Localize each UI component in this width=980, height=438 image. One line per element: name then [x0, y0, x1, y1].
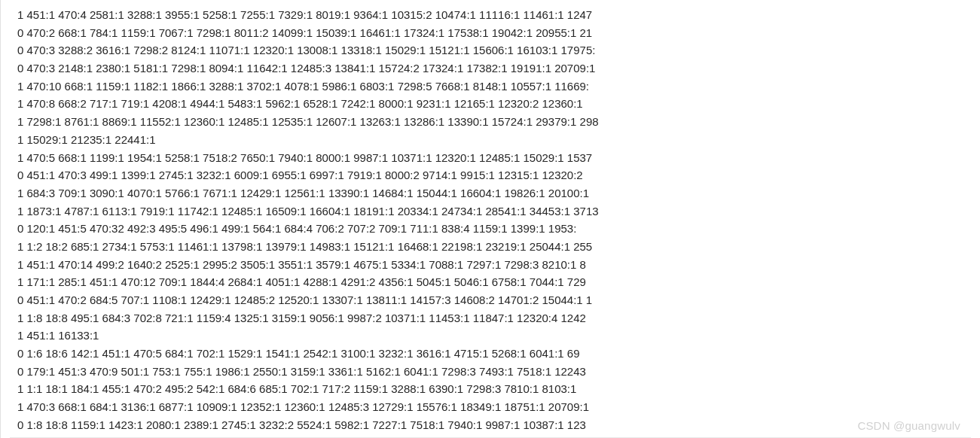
file-line: 0 1:8 18:8 1159:1 1423:1 2080:1 2389:1 2…: [17, 416, 980, 434]
file-line: 0 451:1 470:3 499:1 1399:1 2745:1 3232:1…: [17, 166, 980, 184]
file-line: 1 470:3 668:1 684:1 3136:1 6877:1 10909:…: [17, 398, 980, 416]
file-line: 0 470:3 3288:2 3616:1 7298:2 8124:1 1107…: [17, 41, 980, 59]
file-line: 1 451:1 16133:1: [17, 327, 980, 345]
file-line: 0 120:1 451:5 470:32 492:3 495:5 496:1 4…: [17, 220, 980, 238]
file-line: 0 470:2 668:1 784:1 1159:1 7067:1 7298:1…: [17, 24, 980, 42]
file-line: 1 451:1 470:4 2581:1 3288:1 3955:1 5258:…: [17, 6, 980, 24]
file-line: 1 470:8 668:2 717:1 719:1 4208:1 4944:1 …: [17, 95, 980, 113]
file-line: 1 1873:1 4787:1 6113:1 7919:1 11742:1 12…: [17, 202, 980, 221]
file-line: 1 15029:1 21235:1 22441:1: [17, 131, 980, 149]
file-content: 1 451:1 470:4 2581:1 3288:1 3955:1 5258:…: [17, 6, 980, 434]
file-line: 1 470:5 668:1 1199:1 1954:1 5258:1 7518:…: [17, 149, 980, 167]
file-line: 1 7298:1 8761:1 8869:1 11552:1 12360:1 1…: [17, 113, 980, 131]
file-line: 1 171:1 285:1 451:1 470:12 709:1 1844:4 …: [17, 273, 980, 291]
file-line: 1 470:10 668:1 1159:1 1182:1 1866:1 3288…: [17, 78, 980, 96]
file-line: 1 684:3 709:1 3090:1 4070:1 5766:1 7671:…: [17, 184, 980, 202]
file-line: 0 451:1 470:2 684:5 707:1 1108:1 12429:1…: [17, 291, 980, 309]
file-line: 1 1:2 18:2 685:1 2734:1 5753:1 11461:1 1…: [17, 238, 980, 256]
file-line: 1 1:1 18:1 184:1 455:1 470:2 495:2 542:1…: [17, 380, 980, 398]
file-line: 0 1:6 18:6 142:1 451:1 470:5 684:1 702:1…: [17, 345, 980, 363]
text-viewer: 1 451:1 470:4 2581:1 3288:1 3955:1 5258:…: [0, 0, 980, 438]
file-line: 0 179:1 451:3 470:9 501:1 753:1 755:1 19…: [17, 363, 980, 381]
file-line: 1 451:1 470:14 499:2 1640:2 2525:1 2995:…: [17, 256, 980, 274]
file-line: 0 470:3 2148:1 2380:1 5181:1 7298:1 8094…: [17, 59, 980, 78]
file-line: 1 1:8 18:8 495:1 684:3 702:8 721:1 1159:…: [17, 309, 980, 327]
